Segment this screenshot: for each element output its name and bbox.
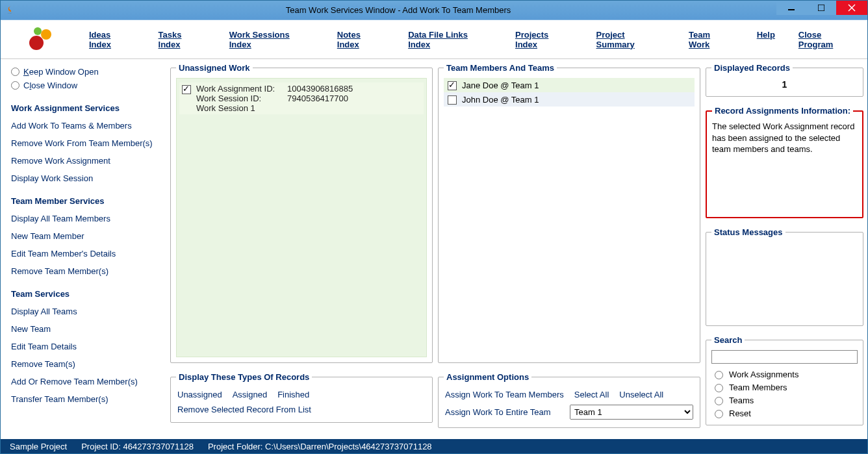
displayed-records-count: 1: [711, 78, 858, 91]
link-select-all[interactable]: Select All: [574, 390, 609, 399]
java-icon: [5, 5, 15, 16]
team-member-row[interactable]: Jane Doe @ Team 1: [444, 78, 695, 92]
wa-id-label: Work Assignment ID:: [196, 84, 281, 94]
fieldset-team-members: Team Members And Teams Jane Doe @ Team 1…: [438, 63, 700, 363]
team-member-checkbox[interactable]: [448, 81, 457, 90]
fieldset-unassigned-work: Unassigned Work Work Assignment ID: 1004…: [170, 63, 433, 363]
work-assignment-item[interactable]: Work Assignment ID: 10043906816885 Work …: [179, 82, 424, 114]
team-select[interactable]: Team 1: [570, 405, 693, 420]
statusbar: Sample Project Project ID: 4642737370711…: [1, 439, 867, 453]
status-messages-box: [711, 242, 858, 320]
link-new-team-member[interactable]: New Team Member: [11, 231, 160, 241]
link-remove-selected-record[interactable]: Remove Selected Record From List: [177, 405, 311, 414]
legend-status-messages: Status Messages: [711, 227, 785, 237]
search-radio-teams[interactable]: [715, 397, 723, 405]
fieldset-record-assignments-info: Record Assignments Information: The sele…: [706, 106, 863, 218]
search-option-teams[interactable]: Teams: [711, 394, 858, 407]
team-member-row[interactable]: John Doe @ Team 1: [444, 92, 695, 107]
keep-window-open-radio-input[interactable]: [11, 68, 19, 76]
maximize-button[interactable]: [806, 1, 836, 15]
keep-window-open-radio[interactable]: Keep Window Open: [11, 67, 160, 77]
menu-notes-index[interactable]: Notes Index: [337, 30, 385, 49]
search-option-work-assignments[interactable]: Work Assignments: [711, 368, 858, 381]
keep-window-open-label: Keep Window Open: [23, 67, 99, 77]
svg-point-5: [41, 29, 51, 40]
legend-team-members: Team Members And Teams: [444, 63, 557, 73]
link-remove-team[interactable]: Remove Team(s): [11, 359, 160, 369]
close-window-radio-input[interactable]: [11, 81, 19, 90]
link-transfer-team-member[interactable]: Transfer Team Member(s): [11, 394, 160, 404]
section-work-assignment-services: Work Assignment Services: [11, 103, 160, 113]
app-logo-icon: [27, 25, 57, 55]
app-window: Team Work Services Window - Add Work To …: [0, 0, 868, 454]
search-radio-team-members[interactable]: [715, 384, 723, 392]
ws-id-label: Work Session ID:: [196, 94, 281, 103]
window-title: Team Work Services Window - Add Work To …: [20, 5, 776, 15]
link-display-all-team-members[interactable]: Display All Team Members: [11, 214, 160, 223]
search-label-team-members: Team Members: [729, 383, 787, 392]
section-team-services: Team Services: [11, 289, 160, 299]
menu-help[interactable]: Help: [757, 30, 775, 49]
close-window-radio[interactable]: Close Window: [11, 81, 160, 90]
close-window-label: Close Window: [23, 81, 77, 90]
ws-id-value: 7940536417700: [287, 94, 348, 103]
menu-close-program[interactable]: Close Program: [798, 30, 858, 49]
window-controls: [776, 1, 867, 19]
fieldset-status-messages: Status Messages: [706, 227, 863, 326]
menu-team-work[interactable]: Team Work: [689, 30, 734, 49]
status-project-folder: Project Folder: C:\Users\Darren\Projects…: [208, 442, 432, 451]
link-remove-work-assignment[interactable]: Remove Work Assignment: [11, 156, 160, 166]
link-new-team[interactable]: New Team: [11, 324, 160, 334]
record-assignments-info-text: The selected Work Assignment record has …: [712, 121, 857, 212]
menu-project-summary[interactable]: Project Summary: [596, 30, 666, 49]
search-radio-reset[interactable]: [715, 410, 723, 418]
search-label-reset: Reset: [729, 409, 751, 418]
titlebar: Team Work Services Window - Add Work To …: [1, 1, 867, 20]
sidebar: Keep Window Open Close Window Work Assig…: [2, 60, 168, 439]
svg-rect-0: [788, 9, 795, 10]
link-assign-work-to-members[interactable]: Assign Work To Team Members: [445, 390, 564, 399]
legend-record-assignments-info: Record Assignments Information:: [712, 106, 853, 116]
work-assignment-details: Work Assignment ID: 10043906816885 Work …: [196, 84, 353, 113]
fieldset-displayed-records: Displayed Records 1: [706, 63, 863, 97]
body: Keep Window Open Close Window Work Assig…: [1, 59, 867, 439]
fieldset-display-record-types: Display These Types Of Records Unassigne…: [170, 372, 433, 423]
filter-assigned[interactable]: Assigned: [233, 390, 267, 399]
link-add-or-remove-team-member[interactable]: Add Or Remove Team Member(s): [11, 377, 160, 386]
menu-work-sessions-index[interactable]: Work Sessions Index: [229, 30, 314, 49]
unassigned-work-list[interactable]: Work Assignment ID: 10043906816885 Work …: [176, 78, 427, 357]
link-add-work-to-teams[interactable]: Add Work To Teams & Members: [11, 121, 160, 131]
search-option-team-members[interactable]: Team Members: [711, 381, 858, 394]
status-project-name: Sample Project: [10, 442, 67, 451]
link-display-all-teams[interactable]: Display All Teams: [11, 307, 160, 316]
link-edit-team-member[interactable]: Edit Team Member's Details: [11, 249, 160, 259]
link-display-work-session[interactable]: Display Work Session: [11, 173, 160, 183]
filter-unassigned[interactable]: Unassigned: [177, 390, 222, 399]
menu-projects-index[interactable]: Projects Index: [515, 30, 573, 49]
svg-point-4: [34, 27, 42, 35]
fieldset-assignment-options: Assignment Options Assign Work To Team M…: [438, 372, 700, 428]
team-member-checkbox[interactable]: [448, 95, 457, 105]
search-radio-work-assignments[interactable]: [715, 371, 723, 379]
column-team-members: Team Members And Teams Jane Doe @ Team 1…: [435, 60, 703, 439]
menu-tasks-index[interactable]: Tasks Index: [159, 30, 206, 49]
column-right: Displayed Records 1 Record Assignments I…: [703, 60, 866, 439]
work-assignment-checkbox[interactable]: [182, 85, 191, 94]
menu-items: Ideas Index Tasks Index Work Sessions In…: [89, 30, 858, 49]
search-input[interactable]: [711, 350, 858, 364]
close-button[interactable]: [836, 1, 867, 15]
team-members-list[interactable]: Jane Doe @ Team 1 John Doe @ Team 1: [444, 78, 695, 357]
link-remove-team-member[interactable]: Remove Team Member(s): [11, 266, 160, 276]
menu-data-file-links-index[interactable]: Data File Links Index: [408, 30, 492, 49]
search-option-reset[interactable]: Reset: [711, 407, 858, 420]
search-label-teams: Teams: [729, 396, 754, 405]
filter-finished[interactable]: Finished: [277, 390, 309, 399]
minimize-button[interactable]: [776, 1, 806, 15]
link-unselect-all[interactable]: Unselect All: [619, 390, 663, 399]
legend-displayed-records: Displayed Records: [711, 63, 793, 73]
menu-ideas-index[interactable]: Ideas Index: [89, 30, 135, 49]
link-edit-team-details[interactable]: Edit Team Details: [11, 342, 160, 351]
link-remove-work-from-members[interactable]: Remove Work From Team Member(s): [11, 138, 160, 148]
link-assign-work-to-team[interactable]: Assign Work To Entire Team: [445, 407, 551, 417]
status-project-id: Project ID: 464273737071128: [81, 442, 194, 451]
